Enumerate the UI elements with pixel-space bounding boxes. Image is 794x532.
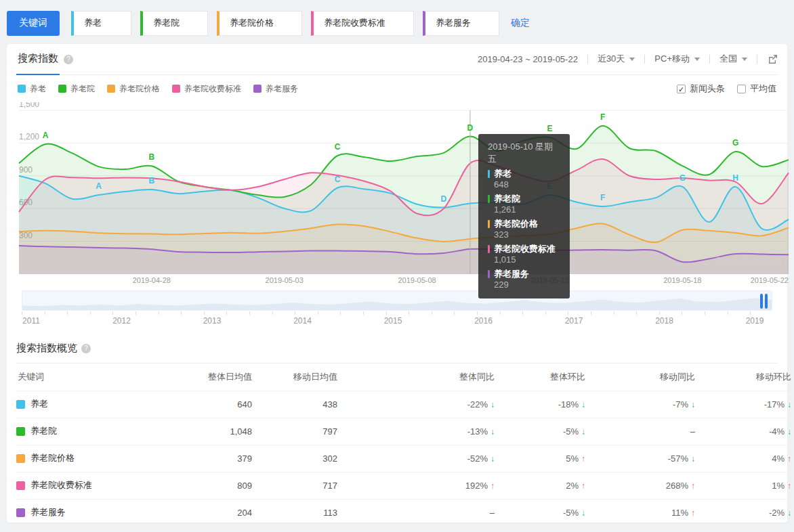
overview-column-header: 整体环比 (495, 363, 585, 391)
metric-value: 809 (237, 481, 252, 491)
percent-value: 4% (772, 453, 785, 464)
svg-text:B: B (149, 152, 155, 162)
percent-value: 11% (671, 508, 688, 518)
overview-column-header: 移动日均值 (252, 363, 337, 391)
row-keyword[interactable]: 养老院收费标准 (30, 479, 92, 491)
baidu-index-page: 关键词 养老养老院养老院价格养老院收费标准养老服务 确定 搜索指数 ? 2019… (0, 0, 794, 532)
tooltip-item: 养老服务229 (488, 269, 560, 290)
legend-item[interactable]: 养老服务 (253, 83, 298, 95)
overview-column-header: 整体日均值 (173, 363, 252, 391)
svg-text:1,200: 1,200 (19, 132, 39, 141)
percent-value: -4% (769, 426, 785, 437)
range-select-value: 近30天 (598, 53, 625, 65)
percent-value: 1% (772, 481, 785, 491)
svg-text:2019-05-08: 2019-05-08 (398, 276, 436, 284)
overview-header: 搜索指数概览 ? (16, 334, 778, 363)
average-label: 平均值 (750, 83, 776, 95)
percent-value: -57% (668, 453, 688, 464)
timeline-slider[interactable]: 201120122013201420152016201720182019 (16, 290, 778, 332)
svg-text:C: C (335, 175, 341, 184)
device-select-value: PC+移动 (654, 53, 690, 65)
arrow-down-icon: ↓ (490, 454, 495, 464)
metric-value: 717 (322, 481, 337, 491)
legend-item[interactable]: 养老院价格 (107, 83, 160, 95)
metric-value: – (490, 508, 495, 518)
keyword-list: 养老养老院养老院价格养老院收费标准养老服务 (71, 11, 499, 36)
svg-text:2019-05-03: 2019-05-03 (266, 276, 304, 284)
date-range[interactable]: 2019-04-23 ~ 2019-05-22 (478, 54, 578, 64)
metric-value: 640 (237, 399, 252, 409)
keyword-bar: 关键词 养老养老院养老院价格养老院收费标准养老服务 确定 (0, 0, 794, 39)
keyword-label-button[interactable]: 关键词 (7, 11, 60, 36)
percent-value: 268% (666, 481, 688, 491)
range-select[interactable]: 近30天 (598, 53, 635, 65)
row-keyword[interactable]: 养老院价格 (30, 452, 75, 464)
divider (709, 55, 710, 64)
legend-item[interactable]: 养老院 (58, 83, 95, 95)
keyword-chip[interactable]: 养老服务 (423, 11, 499, 36)
legend-item[interactable]: 养老院收费标准 (172, 83, 241, 95)
keyword-chip-label: 养老 (84, 17, 102, 29)
svg-text:1,500: 1,500 (19, 102, 39, 109)
row-keyword[interactable]: 养老服务 (30, 506, 66, 518)
legend-label: 养老院 (70, 83, 95, 95)
timeline-handle-left[interactable] (760, 294, 763, 309)
metric-value: 438 (322, 399, 337, 409)
svg-text:2019-05-22: 2019-05-22 (751, 276, 789, 284)
tooltip-item: 养老648 (488, 169, 560, 190)
tooltip-item: 养老院1,261 (488, 194, 560, 215)
svg-text:E: E (547, 124, 552, 133)
legend-item[interactable]: 养老 (18, 83, 46, 95)
tab-search-index[interactable]: 搜索指数 (16, 52, 60, 75)
timeline-handle-right[interactable] (765, 294, 768, 309)
series-color-swatch (16, 400, 25, 409)
svg-text:C: C (335, 142, 341, 152)
metric-value: 204 (237, 508, 252, 518)
news-headlines-checkbox[interactable]: ✓ 新闻头条 (677, 83, 725, 95)
confirm-button[interactable]: 确定 (511, 17, 530, 29)
tooltip-series-value: 1,015 (494, 254, 560, 265)
tooltip-series-bar (488, 195, 490, 203)
keyword-chip[interactable]: 养老院 (140, 11, 208, 36)
external-link-icon[interactable] (768, 54, 778, 64)
row-keyword[interactable]: 养老 (30, 398, 48, 410)
timeline-year-label: 2011 (22, 316, 40, 326)
region-select[interactable]: 全国 (719, 53, 747, 65)
legend-swatch (172, 85, 180, 93)
average-checkbox[interactable]: 平均值 (737, 83, 776, 95)
series-color-swatch (16, 427, 25, 436)
news-headlines-label: 新闻头条 (690, 83, 725, 95)
keyword-chip[interactable]: 养老院收费标准 (311, 11, 414, 36)
svg-text:2019-04-28: 2019-04-28 (133, 276, 171, 284)
metric-value: 1,048 (230, 426, 252, 437)
device-select[interactable]: PC+移动 (654, 53, 700, 65)
timeline-ticks (22, 311, 772, 315)
legend-row: 养老养老院养老院价格养老院收费标准养老服务 ✓ 新闻头条 平均值 (16, 75, 778, 102)
trend-chart[interactable]: 3006009001,2001,500ABCDEFGHABCDEFG2019-0… (16, 102, 778, 286)
timeline-year-label: 2019 (746, 316, 764, 326)
help-icon[interactable]: ? (81, 344, 91, 353)
svg-text:B: B (149, 176, 155, 185)
divider (587, 55, 588, 64)
svg-text:F: F (600, 112, 605, 122)
tooltip-series-bar (488, 245, 490, 253)
overview-row: 养老院收费标准809717192%↑2%↑268%↑1%↑ (16, 472, 791, 499)
keyword-chip-label: 养老院收费标准 (324, 17, 385, 29)
series-color-swatch (16, 454, 25, 463)
divider (644, 55, 645, 64)
timeline-year-label: 2017 (565, 316, 583, 326)
timeline-band[interactable] (22, 290, 772, 311)
help-icon[interactable]: ? (64, 55, 73, 64)
tooltip-series-value: 648 (494, 179, 560, 190)
metric-value: 379 (237, 453, 252, 464)
svg-text:@index.baidu.com: @index.baidu.com (714, 256, 782, 265)
arrow-up-icon: ↑ (581, 481, 585, 491)
legend-swatch (253, 85, 262, 93)
checkbox-icon: ✓ (677, 85, 686, 93)
keyword-chip[interactable]: 养老 (71, 11, 131, 36)
tooltip-item: 养老院价格323 (488, 219, 560, 240)
row-keyword[interactable]: 养老院 (30, 425, 57, 437)
percent-value: 192% (465, 481, 488, 491)
overview-row: 养老院1,048797-13%↓-5%↓–-4%↓ (16, 418, 791, 445)
keyword-chip[interactable]: 养老院价格 (217, 11, 302, 36)
